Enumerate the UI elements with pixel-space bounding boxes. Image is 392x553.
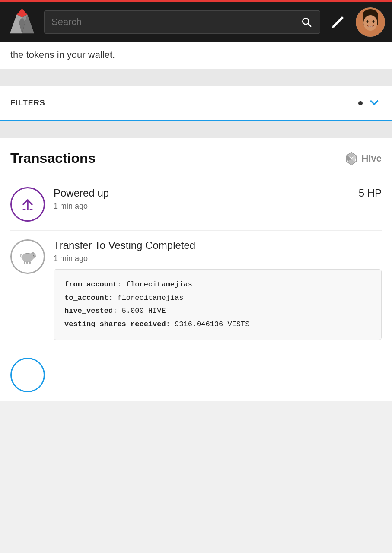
- filters-label: FILTERS: [10, 99, 45, 108]
- transactions-section: Transactions Hive P: [0, 138, 392, 401]
- to-account-key: to_account: [64, 294, 108, 302]
- piggy-bank-icon: [18, 247, 37, 266]
- edit-button[interactable]: [327, 11, 349, 33]
- tx-vesting-icon: [10, 239, 45, 274]
- chevron-down-icon: [369, 97, 380, 108]
- vesting-shares-val: 9316.046136 VESTS: [175, 320, 249, 328]
- wallet-description: the tokens in your wallet.: [10, 49, 382, 60]
- svg-point-13: [373, 20, 375, 23]
- svg-line-7: [308, 24, 311, 27]
- tx-stub-icon: [10, 358, 45, 392]
- detail-to-account: to_account: florecitamejias: [64, 292, 371, 305]
- tx-vesting-detail-box: from_account: florecitamejias to_account…: [54, 269, 382, 340]
- wallet-text-section: the tokens in your wallet.: [0, 42, 392, 69]
- logo-icon: [7, 7, 37, 37]
- tx-title-row: Powered up 5 HP: [54, 187, 382, 199]
- svg-point-25: [33, 255, 34, 256]
- filters-expand-button[interactable]: [367, 95, 382, 111]
- filters-controls: [358, 95, 382, 111]
- tx-powered-up-icon: [10, 187, 45, 222]
- hive-logo-icon: [344, 152, 358, 165]
- hive-label: Hive: [362, 153, 382, 164]
- search-bar[interactable]: [44, 10, 320, 34]
- detail-from-account: from_account: florecitamejias: [64, 278, 371, 292]
- tx-vesting-content: Transfer To Vesting Completed 1 min ago …: [54, 239, 382, 340]
- gray-spacer-1: [0, 69, 392, 86]
- svg-point-24: [32, 252, 35, 254]
- arrow-up-icon: [19, 196, 36, 213]
- app-header: [0, 0, 392, 42]
- tx-powered-up-title: Powered up: [54, 187, 109, 199]
- tx-powered-up-amount: 5 HP: [359, 187, 382, 199]
- search-button[interactable]: [293, 11, 320, 33]
- search-icon: [301, 16, 312, 28]
- svg-point-12: [367, 20, 369, 23]
- vesting-shares-key: vesting_shares_received: [64, 320, 166, 328]
- svg-point-6: [303, 18, 309, 24]
- table-row: Transfer To Vesting Completed 1 min ago …: [10, 231, 382, 349]
- svg-point-28: [35, 256, 35, 257]
- avatar[interactable]: [356, 7, 385, 37]
- svg-point-27: [34, 256, 34, 257]
- hive-badge: Hive: [344, 152, 382, 165]
- svg-rect-32: [26, 253, 29, 254]
- svg-rect-31: [29, 261, 31, 264]
- from-account-val: florecitamejias: [126, 280, 192, 289]
- table-row: [10, 349, 382, 401]
- edit-icon: [331, 15, 345, 29]
- transactions-header: Transactions Hive: [10, 150, 382, 166]
- svg-rect-29: [24, 261, 25, 264]
- avatar-image: [356, 7, 385, 37]
- svg-point-11: [363, 15, 377, 31]
- table-row: Powered up 5 HP 1 min ago: [10, 178, 382, 231]
- tx-powered-up-time: 1 min ago: [54, 202, 382, 211]
- filters-bar[interactable]: FILTERS: [0, 86, 392, 121]
- detail-hive-vested: hive_vested: 5.000 HIVE: [64, 305, 371, 318]
- tx-vesting-title: Transfer To Vesting Completed: [54, 239, 195, 251]
- to-account-val: florecitamejias: [117, 294, 183, 302]
- detail-vesting-shares: vesting_shares_received: 9316.046136 VES…: [64, 318, 371, 331]
- hive-vested-key: hive_vested: [64, 307, 113, 315]
- from-account-key: from_account: [64, 280, 117, 289]
- svg-point-26: [33, 256, 36, 257]
- tx-powered-up-content: Powered up 5 HP 1 min ago: [54, 187, 382, 217]
- transactions-title: Transactions: [10, 150, 96, 166]
- hive-vested-val: 5.000 HIVE: [122, 307, 166, 315]
- gray-spacer-2: [0, 121, 392, 138]
- svg-rect-30: [26, 261, 28, 264]
- tx-vesting-time: 1 min ago: [54, 254, 382, 263]
- search-input[interactable]: [45, 11, 293, 33]
- tx-title-row: Transfer To Vesting Completed: [54, 239, 382, 251]
- logo: [7, 7, 37, 37]
- filter-dot: [358, 101, 363, 105]
